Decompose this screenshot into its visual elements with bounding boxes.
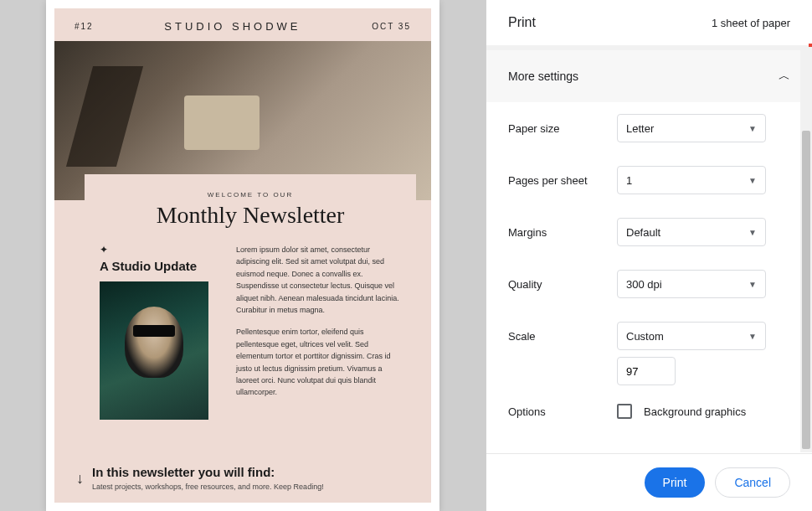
content-card: WELCOME TO OUR Monthly Newsletter ✦ A St… — [85, 174, 416, 435]
paragraph-2: Pellentesque enim tortor, eleifend quis … — [236, 326, 401, 398]
background-graphics-checkbox[interactable] — [617, 404, 632, 419]
margins-value: Default — [626, 226, 660, 239]
newsletter-title: Monthly Newsletter — [100, 202, 401, 229]
margins-select[interactable]: Default ▼ — [617, 218, 766, 246]
footer-block: ↓ In this newsletter you will find: Late… — [76, 465, 409, 491]
print-button[interactable]: Print — [645, 467, 706, 498]
paragraph-1: Lorem ipsum dolor sit amet, consectetur … — [236, 244, 401, 316]
scale-label: Scale — [508, 330, 617, 343]
more-settings-label: More settings — [508, 70, 578, 83]
scale-select[interactable]: Custom ▼ — [617, 322, 766, 350]
paper-size-label: Paper size — [508, 122, 617, 135]
quality-label: Quality — [508, 278, 617, 291]
sparkle-icon: ✦ — [100, 244, 221, 256]
print-preview-pane: #12 STUDIO SHODWE OCT 35 WELCOME TO OUR … — [0, 0, 486, 511]
subtitle: A Studio Update — [100, 259, 221, 273]
print-dialog: Print 1 sheet of paper More settings ︿ P… — [486, 0, 812, 511]
print-header: Print 1 sheet of paper — [486, 0, 812, 45]
arrow-down-icon: ↓ — [76, 470, 84, 488]
accent-bar — [486, 45, 812, 50]
settings-scroll[interactable]: More settings ︿ Paper size Letter ▼ Page… — [486, 50, 812, 453]
background-graphics-label: Background graphics — [644, 405, 746, 418]
footer-sub: Latest projects, workshops, free resourc… — [92, 483, 324, 491]
chevron-up-icon: ︿ — [779, 69, 790, 84]
scale-value: Custom — [626, 330, 664, 343]
portrait-image — [100, 281, 208, 420]
preview-page: #12 STUDIO SHODWE OCT 35 WELCOME TO OUR … — [46, 0, 439, 511]
newsletter-document: #12 STUDIO SHODWE OCT 35 WELCOME TO OUR … — [54, 8, 431, 503]
scale-number-input[interactable] — [617, 357, 676, 385]
pages-per-sheet-label: Pages per sheet — [508, 174, 617, 187]
paper-size-value: Letter — [626, 122, 654, 135]
cancel-button[interactable]: Cancel — [715, 467, 790, 498]
caret-down-icon: ▼ — [748, 228, 757, 237]
quality-value: 300 dpi — [626, 278, 662, 291]
issue-date: OCT 35 — [372, 22, 411, 31]
newsletter-header: #12 STUDIO SHODWE OCT 35 — [54, 8, 431, 41]
brand-name: STUDIO SHODWE — [164, 20, 301, 33]
quality-select[interactable]: 300 dpi ▼ — [617, 270, 766, 298]
scrollbar-thumb[interactable] — [802, 131, 810, 449]
margins-label: Margins — [508, 226, 617, 239]
pages-per-sheet-select[interactable]: 1 ▼ — [617, 166, 766, 194]
more-settings-toggle[interactable]: More settings ︿ — [486, 50, 812, 102]
paper-size-select[interactable]: Letter ▼ — [617, 114, 766, 142]
options-label: Options — [508, 405, 617, 418]
welcome-text: WELCOME TO OUR — [100, 191, 401, 199]
issue-number: #12 — [75, 22, 94, 31]
dialog-title: Print — [508, 15, 536, 30]
pages-per-sheet-value: 1 — [626, 174, 632, 187]
caret-down-icon: ▼ — [748, 124, 757, 133]
dialog-footer: Print Cancel — [486, 453, 812, 511]
caret-down-icon: ▼ — [748, 176, 757, 185]
footer-heading: In this newsletter you will find: — [92, 465, 324, 479]
sheet-count: 1 sheet of paper — [712, 17, 790, 29]
caret-down-icon: ▼ — [748, 280, 757, 289]
caret-down-icon: ▼ — [748, 332, 757, 341]
scrollbar-track[interactable] — [800, 47, 812, 452]
